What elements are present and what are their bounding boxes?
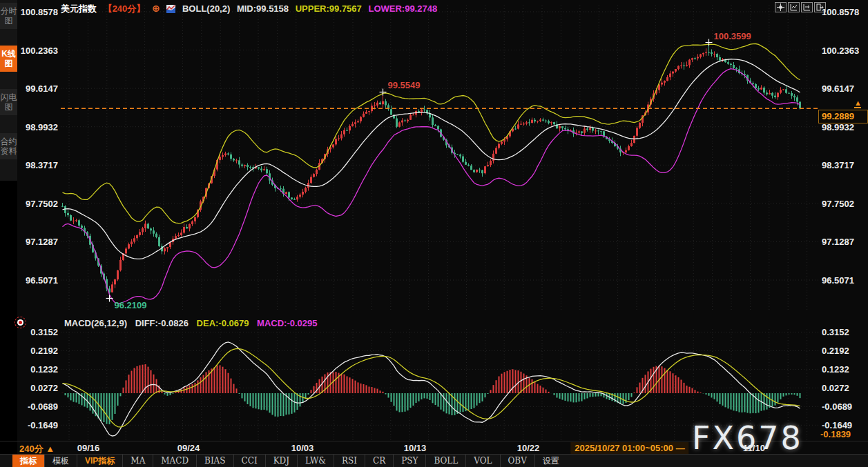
date-tick-label: 10/13: [404, 443, 427, 453]
price-tick-label: 100.2363: [822, 45, 859, 55]
toolbar-item-kdj[interactable]: KDJ: [265, 455, 297, 467]
toolbar-item-rsi[interactable]: RSI: [334, 455, 365, 467]
price-direction-arrow: ▲: [854, 99, 862, 108]
indicator-settings-icon[interactable]: [15, 317, 26, 328]
macd-tick-label: 0.0272: [18, 383, 58, 393]
axis-zoom-icon[interactable]: [788, 2, 800, 12]
price-tick-label: 97.1287: [18, 237, 58, 247]
hovered-bar-datetime: 2025/10/27 01:00~05:00 —: [570, 442, 688, 454]
price-tick-label: 99.6147: [18, 83, 58, 94]
price-tick-label: 98.9932: [18, 121, 58, 132]
toolbar-item-ma[interactable]: MA: [122, 455, 153, 467]
sidebar-tab-2[interactable]: K线图: [0, 46, 17, 72]
period-badge: 【240分】: [104, 3, 146, 14]
toolbar-item-cci[interactable]: CCI: [233, 455, 265, 467]
price-tick-label: 99.6147: [822, 83, 854, 94]
boll-indicator-label: BOLL(20,2): [182, 3, 230, 14]
macd-tick-label: -0.0689: [18, 401, 58, 412]
boll-upper-value: UPPER:99.7567: [296, 3, 362, 14]
trading-app-window: 分时图K线图闪电图合约资料 美元指数 【240分】 ⊕ BOLL(20,2) M…: [0, 0, 868, 467]
sidebar-tab-1[interactable]: 分时图: [0, 3, 17, 29]
toolbar-item-设置[interactable]: 设置: [534, 455, 567, 467]
boll-lower-value: LOWER:99.2748: [368, 3, 437, 14]
toolbar-item-模板[interactable]: 模板: [44, 455, 77, 467]
date-tick-label: 10/22: [517, 443, 540, 453]
macd-tick-label: -0.0689: [822, 401, 852, 412]
macd-macd-value: MACD:-0.0295: [257, 318, 317, 328]
toolbar-item-指标[interactable]: 指标: [12, 455, 44, 467]
toolbar-item-bias[interactable]: BIAS: [196, 455, 233, 467]
date-tick-label: 10/03: [291, 443, 314, 453]
toolbar-item-psy[interactable]: PSY: [393, 455, 425, 467]
macd-title: MACD(26,12,9): [64, 318, 127, 328]
chart-thumbnail-icon[interactable]: [166, 3, 175, 14]
current-price-tag: 99.2889: [818, 110, 868, 123]
axis-pan-icon[interactable]: [801, 2, 813, 12]
toolbar-item-boll[interactable]: BOLL: [425, 455, 465, 467]
crosshair-tool-icon[interactable]: [775, 2, 787, 12]
toolbar-item-vip指标[interactable]: VIP指标: [77, 455, 122, 467]
price-tick-label: 96.5071: [18, 275, 58, 286]
sidebar-tab-4[interactable]: 合约资料: [0, 133, 17, 159]
price-tick-label: 98.3717: [18, 160, 58, 170]
candlestick-chart-canvas: [0, 0, 868, 467]
macd-tick-label: 0.1232: [18, 364, 58, 375]
macd-header: MACD(26,12,9) DIFF:-0.0826 DEA:-0.0679 M…: [64, 318, 323, 328]
price-tick-label: 96.5071: [822, 275, 854, 286]
macd-tick-label: 0.3152: [18, 327, 58, 337]
price-tick-label: 100.8578: [18, 7, 58, 17]
symbol-title: 美元指数: [61, 3, 97, 14]
swing-high-label: 99.5549: [388, 80, 421, 90]
price-tick-label: 100.2363: [18, 45, 58, 55]
fx678-watermark: FX678: [692, 419, 803, 457]
macd-tick-label: 0.1232: [822, 364, 849, 375]
sidebar-tab-3[interactable]: 闪电图: [0, 89, 17, 115]
toolbar-item-lw&[interactable]: LW&: [297, 455, 334, 467]
price-tick-label: 97.7502: [18, 198, 58, 208]
macd-tick-label: -0.1649: [18, 420, 58, 430]
toolbar-item-obv[interactable]: OBV: [500, 455, 534, 467]
date-tick-label: 09/16: [77, 443, 100, 453]
toolbar-item-macd[interactable]: MACD: [153, 455, 196, 467]
macd-tick-label: 0.0272: [822, 383, 849, 393]
price-tick-label: 97.7502: [822, 198, 854, 208]
macd-tick-label: 0.2192: [18, 346, 58, 356]
price-tick-label: 98.3717: [822, 160, 854, 170]
macd-tick-label: 0.3152: [822, 327, 849, 337]
macd-dea-value: DEA:-0.0679: [197, 318, 249, 328]
price-tick-label: 97.1287: [822, 237, 854, 247]
add-indicator-icon[interactable]: ⊕: [152, 3, 160, 14]
sidebar: 分时图K线图闪电图合约资料: [0, 0, 17, 467]
chart-header: 美元指数 【240分】 ⊕ BOLL(20,2) MID:99.5158 UPP…: [61, 3, 441, 15]
macd-diff-value: DIFF:-0.0826: [135, 318, 189, 328]
window-controls: [775, 2, 826, 12]
toolbar-item-vol[interactable]: VOL: [465, 455, 499, 467]
date-tick-label: 09/24: [177, 443, 200, 453]
macd-tick-label: 0.2192: [822, 346, 849, 356]
swing-low-label: 96.2109: [115, 300, 147, 310]
boll-mid-value: MID:99.5158: [237, 3, 289, 14]
toolbar-item-cr[interactable]: CR: [365, 455, 393, 467]
swing-high-label: 100.3599: [714, 31, 751, 41]
macd-current-value: -0.1839: [820, 429, 851, 439]
price-tick-label: 100.8578: [822, 7, 859, 17]
